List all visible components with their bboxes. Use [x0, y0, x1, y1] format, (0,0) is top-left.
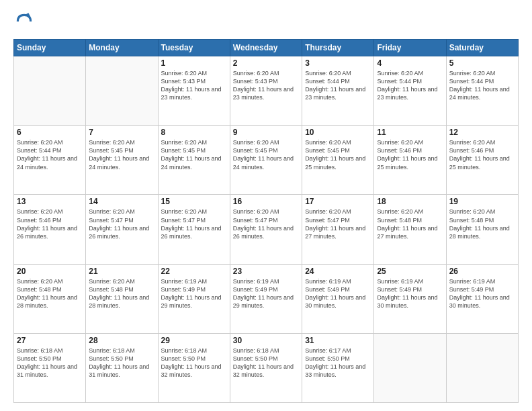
day-number: 29: [161, 336, 227, 345]
day-number: 25: [377, 267, 443, 276]
daylight-text: Daylight: 11 hours and 24 minutes.: [17, 154, 83, 171]
daylight-text: Daylight: 11 hours and 31 minutes.: [89, 363, 154, 379]
day-info: Sunrise: 6:20 AMSunset: 5:47 PMDaylight:…: [305, 208, 371, 240]
calendar-cell: 18Sunrise: 6:20 AMSunset: 5:48 PMDayligh…: [374, 195, 446, 264]
sunrise-text: Sunrise: 6:20 AM: [233, 208, 299, 216]
day-info: Sunrise: 6:18 AMSunset: 5:50 PMDaylight:…: [161, 347, 227, 379]
day-number: 30: [233, 336, 299, 345]
day-info: Sunrise: 6:18 AMSunset: 5:50 PMDaylight:…: [233, 347, 299, 379]
day-number: 23: [233, 267, 299, 276]
calendar-cell: 7Sunrise: 6:20 AMSunset: 5:45 PMDaylight…: [86, 126, 158, 195]
day-number: 27: [17, 336, 83, 345]
day-number: 7: [89, 128, 154, 137]
calendar-cell: 16Sunrise: 6:20 AMSunset: 5:47 PMDayligh…: [230, 195, 302, 264]
calendar-cell: 8Sunrise: 6:20 AMSunset: 5:45 PMDaylight…: [158, 126, 230, 195]
calendar-cell: 24Sunrise: 6:19 AMSunset: 5:49 PMDayligh…: [302, 264, 374, 333]
sunrise-text: Sunrise: 6:20 AM: [89, 277, 154, 285]
sunset-text: Sunset: 5:45 PM: [305, 146, 371, 154]
day-info: Sunrise: 6:20 AMSunset: 5:45 PMDaylight:…: [161, 138, 227, 171]
calendar-cell: 20Sunrise: 6:20 AMSunset: 5:48 PMDayligh…: [14, 264, 86, 333]
day-number: 19: [449, 197, 515, 206]
daylight-text: Daylight: 11 hours and 24 minutes.: [233, 154, 299, 171]
sunset-text: Sunset: 5:46 PM: [377, 146, 443, 154]
day-info: Sunrise: 6:20 AMSunset: 5:44 PMDaylight:…: [305, 69, 371, 102]
sunset-text: Sunset: 5:47 PM: [89, 216, 154, 224]
day-number: 14: [89, 197, 154, 206]
calendar-day-header: Wednesday: [230, 40, 302, 56]
sunrise-text: Sunrise: 6:20 AM: [449, 208, 515, 216]
sunrise-text: Sunrise: 6:18 AM: [161, 347, 227, 355]
logo-icon: [13, 11, 35, 32]
calendar-cell: 21Sunrise: 6:20 AMSunset: 5:48 PMDayligh…: [86, 264, 158, 333]
sunrise-text: Sunrise: 6:20 AM: [17, 277, 83, 285]
day-info: Sunrise: 6:20 AMSunset: 5:44 PMDaylight:…: [449, 69, 515, 102]
day-info: Sunrise: 6:19 AMSunset: 5:49 PMDaylight:…: [161, 277, 227, 310]
calendar-cell: 5Sunrise: 6:20 AMSunset: 5:44 PMDaylight…: [446, 56, 518, 126]
sunset-text: Sunset: 5:50 PM: [89, 355, 154, 363]
sunset-text: Sunset: 5:46 PM: [17, 216, 83, 224]
logo: [13, 11, 38, 32]
header: [13, 11, 519, 32]
sunrise-text: Sunrise: 6:20 AM: [449, 138, 515, 146]
sunrise-text: Sunrise: 6:18 AM: [17, 347, 83, 355]
sunrise-text: Sunrise: 6:20 AM: [17, 138, 83, 146]
daylight-text: Daylight: 11 hours and 31 minutes.: [17, 363, 83, 379]
calendar-cell: 6Sunrise: 6:20 AMSunset: 5:44 PMDaylight…: [14, 126, 86, 195]
day-info: Sunrise: 6:20 AMSunset: 5:46 PMDaylight:…: [377, 138, 443, 171]
sunrise-text: Sunrise: 6:20 AM: [377, 138, 443, 146]
daylight-text: Daylight: 11 hours and 24 minutes.: [449, 85, 515, 101]
daylight-text: Daylight: 11 hours and 30 minutes.: [377, 293, 443, 310]
day-number: 24: [305, 267, 371, 276]
day-number: 4: [377, 58, 443, 68]
calendar-cell: [446, 333, 518, 402]
sunrise-text: Sunrise: 6:20 AM: [449, 69, 515, 77]
calendar-cell: 1Sunrise: 6:20 AMSunset: 5:43 PMDaylight…: [158, 56, 230, 126]
daylight-text: Daylight: 11 hours and 25 minutes.: [377, 154, 443, 171]
day-number: 5: [449, 58, 515, 68]
day-info: Sunrise: 6:19 AMSunset: 5:49 PMDaylight:…: [233, 277, 299, 310]
day-number: 15: [161, 197, 227, 206]
sunset-text: Sunset: 5:46 PM: [449, 146, 515, 154]
sunrise-text: Sunrise: 6:19 AM: [377, 277, 443, 285]
day-number: 21: [89, 267, 154, 276]
day-info: Sunrise: 6:20 AMSunset: 5:48 PMDaylight:…: [17, 277, 83, 310]
sunset-text: Sunset: 5:45 PM: [233, 146, 299, 154]
day-info: Sunrise: 6:20 AMSunset: 5:48 PMDaylight:…: [377, 208, 443, 240]
sunset-text: Sunset: 5:50 PM: [161, 355, 227, 363]
day-info: Sunrise: 6:20 AMSunset: 5:47 PMDaylight:…: [89, 208, 154, 240]
daylight-text: Daylight: 11 hours and 24 minutes.: [89, 154, 154, 171]
sunrise-text: Sunrise: 6:20 AM: [89, 138, 154, 146]
sunset-text: Sunset: 5:43 PM: [233, 77, 299, 85]
calendar-week-row: 13Sunrise: 6:20 AMSunset: 5:46 PMDayligh…: [14, 195, 519, 264]
calendar-cell: 4Sunrise: 6:20 AMSunset: 5:44 PMDaylight…: [374, 56, 446, 126]
daylight-text: Daylight: 11 hours and 29 minutes.: [233, 293, 299, 310]
daylight-text: Daylight: 11 hours and 27 minutes.: [305, 224, 371, 240]
calendar-day-header: Thursday: [302, 40, 374, 56]
calendar-week-row: 27Sunrise: 6:18 AMSunset: 5:50 PMDayligh…: [14, 333, 519, 402]
daylight-text: Daylight: 11 hours and 30 minutes.: [449, 293, 515, 310]
daylight-text: Daylight: 11 hours and 28 minutes.: [449, 224, 515, 240]
daylight-text: Daylight: 11 hours and 32 minutes.: [233, 363, 299, 379]
page: SundayMondayTuesdayWednesdayThursdayFrid…: [0, 0, 532, 411]
day-info: Sunrise: 6:20 AMSunset: 5:43 PMDaylight:…: [233, 69, 299, 102]
sunrise-text: Sunrise: 6:19 AM: [233, 277, 299, 285]
day-info: Sunrise: 6:20 AMSunset: 5:48 PMDaylight:…: [89, 277, 154, 310]
day-info: Sunrise: 6:20 AMSunset: 5:44 PMDaylight:…: [17, 138, 83, 171]
daylight-text: Daylight: 11 hours and 27 minutes.: [377, 224, 443, 240]
calendar-cell: 27Sunrise: 6:18 AMSunset: 5:50 PMDayligh…: [14, 333, 86, 402]
sunrise-text: Sunrise: 6:18 AM: [89, 347, 154, 355]
sunset-text: Sunset: 5:49 PM: [161, 285, 227, 293]
calendar-cell: 14Sunrise: 6:20 AMSunset: 5:47 PMDayligh…: [86, 195, 158, 264]
calendar-week-row: 1Sunrise: 6:20 AMSunset: 5:43 PMDaylight…: [14, 56, 519, 126]
calendar-cell: 13Sunrise: 6:20 AMSunset: 5:46 PMDayligh…: [14, 195, 86, 264]
calendar-cell: 29Sunrise: 6:18 AMSunset: 5:50 PMDayligh…: [158, 333, 230, 402]
daylight-text: Daylight: 11 hours and 25 minutes.: [305, 154, 371, 171]
day-info: Sunrise: 6:17 AMSunset: 5:50 PMDaylight:…: [305, 347, 371, 379]
day-info: Sunrise: 6:20 AMSunset: 5:45 PMDaylight:…: [305, 138, 371, 171]
calendar-cell: 17Sunrise: 6:20 AMSunset: 5:47 PMDayligh…: [302, 195, 374, 264]
daylight-text: Daylight: 11 hours and 28 minutes.: [17, 293, 83, 310]
day-number: 13: [17, 197, 83, 206]
sunset-text: Sunset: 5:45 PM: [161, 146, 227, 154]
sunset-text: Sunset: 5:48 PM: [449, 216, 515, 224]
sunset-text: Sunset: 5:50 PM: [17, 355, 83, 363]
